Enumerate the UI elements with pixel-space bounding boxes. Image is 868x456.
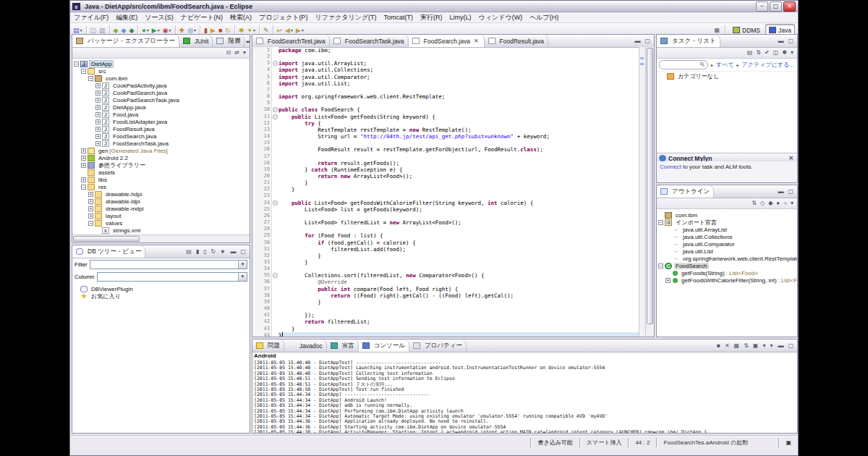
view-maximize-icon[interactable]: ▢ — [643, 37, 652, 46]
code-line[interactable]: FoodResult result = restTemplate.getForO… — [278, 146, 639, 153]
hide-local-types-icon[interactable]: ○ — [782, 199, 788, 208]
clear-console-icon[interactable]: ▦ — [733, 342, 741, 350]
code-line[interactable]: public List<Food> getFoods(String keywor… — [278, 114, 639, 120]
view-minimize-icon[interactable]: ▬ — [776, 187, 785, 196]
open-console-icon[interactable]: ▾ — [768, 342, 774, 350]
db-connect-icon[interactable]: ▮ — [195, 248, 200, 256]
tree-item[interactable]: +JCookPadActivity.java — [72, 82, 250, 89]
expander-icon[interactable]: + — [88, 192, 93, 197]
code-line[interactable]: return ((Food) right).getCal() - ((Food)… — [278, 292, 639, 299]
hide-static-icon[interactable]: ◆ — [767, 199, 774, 208]
expander-icon[interactable]: + — [95, 119, 101, 124]
console-tab[interactable]: 宣言 — [327, 339, 359, 352]
expander-icon[interactable]: + — [95, 98, 101, 103]
tree-item[interactable]: −res — [72, 183, 250, 190]
open-perspective-button[interactable]: ▦ — [712, 26, 721, 35]
task-list-tab[interactable]: タスク・リスト — [657, 35, 720, 47]
expander-icon[interactable]: − — [81, 69, 86, 74]
code-line[interactable] — [278, 54, 639, 60]
code-line[interactable] — [278, 305, 639, 312]
tree-item[interactable]: +JFood.java — [72, 111, 250, 118]
group-by-icon[interactable]: ✱ — [780, 48, 788, 57]
view-minimize-icon[interactable]: ▬ — [776, 342, 785, 350]
menu-item[interactable]: プロジェクト(P) — [255, 13, 311, 22]
tree-item[interactable]: −CFoodSearch — [657, 262, 797, 269]
view-maximize-icon[interactable]: ▢ — [786, 342, 795, 350]
tree-item[interactable]: +JFoodResult.java — [72, 125, 250, 132]
expander-icon[interactable]: + — [95, 112, 101, 117]
code-line[interactable]: RestTemplate restTemplate = new RestTemp… — [278, 127, 639, 133]
hide-fields-icon[interactable]: ◇ — [759, 199, 766, 208]
package-explorer-hscrollbar[interactable] — [72, 235, 250, 242]
tree-item[interactable]: +drawable-hdpi — [72, 190, 250, 198]
view-minimize-icon[interactable]: ▬ — [633, 37, 642, 46]
code-line[interactable]: import java.util.List; — [278, 80, 639, 87]
console-tab[interactable]: プロパティー — [409, 339, 467, 352]
expander-icon[interactable]: − — [81, 185, 86, 190]
expander-icon[interactable]: − — [74, 62, 79, 67]
sync-tasks-icon[interactable]: ⇅ — [754, 48, 762, 57]
editor-vscrollbar[interactable] — [645, 47, 654, 337]
expander-icon[interactable]: − — [658, 263, 663, 269]
tree-item[interactable]: xstrings.xml — [72, 227, 250, 234]
expander-icon[interactable]: + — [88, 206, 93, 211]
tree-item[interactable]: DBViewerPlugin — [72, 285, 250, 292]
code-line[interactable]: return new ArrayList<Food>(); — [278, 173, 639, 180]
console-tab[interactable]: Javadoc — [284, 339, 327, 352]
expander-icon[interactable]: − — [88, 76, 93, 81]
restore-button[interactable]: ▢ — [770, 1, 782, 12]
fold-collapse-icon[interactable]: − — [273, 107, 278, 112]
tree-item[interactable]: +参照ライブラリー — [72, 161, 250, 169]
fold-collapse-icon[interactable]: − — [273, 273, 278, 278]
task-view-menu-icon[interactable]: ▾ — [789, 48, 795, 57]
package-explorer-tab[interactable]: 階層 — [213, 35, 244, 47]
tree-item[interactable]: ★お気に入り — [72, 292, 250, 300]
db-refresh-icon[interactable]: ↻ — [210, 248, 218, 256]
package-explorer-tab[interactable]: JUnit — [179, 35, 213, 47]
outline-menu-icon[interactable]: ▾ — [789, 199, 795, 208]
menu-item[interactable]: Limy(L) — [446, 14, 475, 21]
chevron-down-icon[interactable]: ▼ — [238, 261, 247, 269]
code-line[interactable]: public class FoodSearch { — [278, 106, 639, 113]
task-activate-link[interactable]: アクティブにする... — [742, 61, 794, 69]
terminate-icon[interactable]: ■ — [715, 342, 722, 350]
expander-icon[interactable]: − — [88, 221, 93, 226]
fold-collapse-icon[interactable]: − — [273, 200, 278, 206]
task-search-input[interactable]: 🔍︎ — [659, 60, 708, 69]
expander-icon[interactable]: + — [81, 148, 86, 153]
code-line[interactable]: return filteredList; — [278, 318, 639, 325]
tree-item[interactable]: −values — [72, 219, 250, 227]
complete-task-icon[interactable]: ✔ — [763, 48, 771, 57]
tree-item[interactable]: →java.util.Comparator — [657, 240, 797, 248]
console-tab[interactable]: 問題 — [252, 339, 284, 352]
tree-item[interactable]: −JDietApp — [72, 60, 250, 67]
code-line[interactable]: public List<Food> getFoodsWithCalorieFil… — [278, 200, 639, 206]
tree-item[interactable]: +drawable-mdpi — [72, 205, 250, 212]
console-log[interactable]: [2011-05-05 15:40:40 - DietAppTest] ----… — [252, 360, 797, 433]
tree-item[interactable]: +gen [Generated Java Files] — [72, 147, 250, 154]
code-line[interactable]: import java.util.Comparator; — [278, 74, 639, 80]
tree-item[interactable]: +getFoodsWithCalorieFilter(String, int) … — [657, 276, 797, 284]
db-bookmark-icon[interactable]: ★ — [218, 248, 226, 256]
code-line[interactable]: package com.ibm; — [278, 47, 639, 54]
menu-item[interactable]: Tomcat(T) — [380, 14, 417, 21]
tree-item[interactable]: +JFoodSearch.java — [72, 132, 250, 140]
db-new-icon[interactable]: ▤ — [184, 248, 193, 256]
collapse-all-icon[interactable]: ⊟ — [225, 48, 233, 57]
task-category-row[interactable]: カテゴリーなし — [657, 72, 797, 80]
tree-item[interactable]: getFoods(String) : List<Food> — [657, 269, 797, 276]
code-line[interactable]: filteredList.add(food); — [278, 246, 639, 253]
code-editor[interactable]: package com.ibm;import java.util.ArrayLi… — [278, 47, 639, 337]
tree-item[interactable]: →org.springframework.web.client.RestTemp… — [657, 255, 797, 262]
code-line[interactable]: } — [278, 259, 639, 266]
expander-icon[interactable]: + — [95, 134, 101, 139]
title-bar[interactable]: e Java - DietApp/src/com/ibm/FoodSearch.… — [70, 1, 798, 12]
chevron-down-icon[interactable]: ▼ — [238, 273, 247, 281]
view-menu-icon[interactable]: ▾ — [242, 48, 247, 57]
code-line[interactable]: } — [278, 253, 639, 259]
tree-item[interactable]: +drawable-ldpi — [72, 198, 250, 205]
fold-collapse-icon[interactable]: − — [273, 61, 278, 66]
expander-icon[interactable]: + — [88, 199, 93, 204]
code-line[interactable]: } catch (RuntimeException e) { — [278, 166, 639, 173]
code-line[interactable]: List<Food> list = getFoods(keyword); — [278, 206, 639, 213]
